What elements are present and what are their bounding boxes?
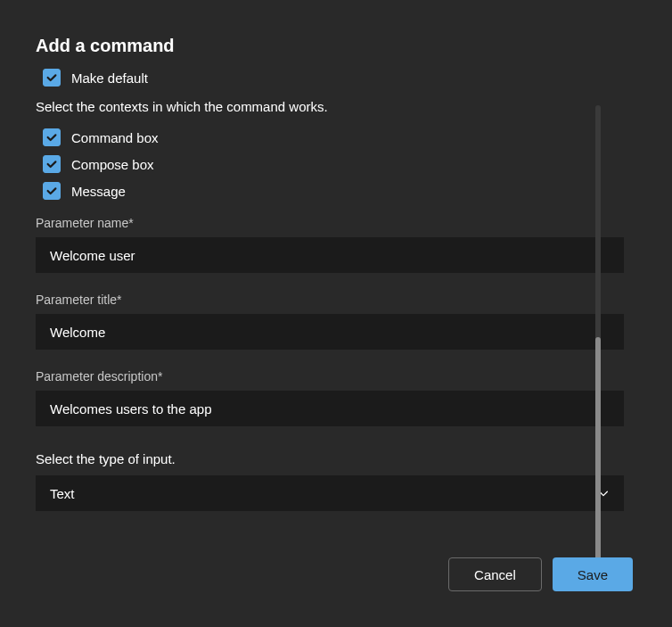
cancel-button[interactable]: Cancel bbox=[448, 557, 542, 591]
check-icon bbox=[45, 158, 58, 170]
context-message-checkbox[interactable] bbox=[43, 182, 61, 200]
input-type-label: Select the type of input. bbox=[36, 451, 636, 466]
context-compose-box-label: Compose box bbox=[71, 157, 154, 172]
context-message-label: Message bbox=[71, 184, 126, 199]
make-default-row: Make default bbox=[43, 69, 636, 87]
parameter-title-label: Parameter title* bbox=[36, 293, 636, 307]
context-command-box-label: Command box bbox=[71, 130, 159, 145]
context-compose-box-checkbox[interactable] bbox=[43, 155, 61, 173]
context-compose-box-row: Compose box bbox=[43, 155, 636, 173]
parameter-name-label: Parameter name* bbox=[36, 216, 636, 230]
scrollbar-thumb[interactable] bbox=[595, 337, 601, 569]
input-type-value: Text bbox=[50, 486, 75, 501]
parameter-description-input[interactable] bbox=[36, 391, 624, 426]
parameter-description-label: Parameter description* bbox=[36, 369, 636, 384]
scrollbar-track[interactable] bbox=[595, 105, 601, 569]
input-type-select[interactable]: Text bbox=[36, 475, 624, 511]
contexts-description: Select the contexts in which the command… bbox=[36, 99, 636, 114]
dialog-buttons: Cancel Save bbox=[448, 557, 633, 591]
context-command-box-row: Command box bbox=[43, 128, 636, 146]
check-icon bbox=[45, 185, 58, 197]
save-button[interactable]: Save bbox=[553, 557, 633, 591]
check-icon bbox=[45, 131, 58, 144]
context-command-box-checkbox[interactable] bbox=[43, 128, 61, 146]
make-default-checkbox[interactable] bbox=[43, 69, 61, 87]
dialog-title: Add a command bbox=[36, 36, 636, 56]
make-default-label: Make default bbox=[71, 70, 148, 86]
contexts-group: Command box Compose box Message bbox=[36, 128, 636, 200]
parameter-title-input[interactable] bbox=[36, 314, 624, 350]
parameter-name-input[interactable] bbox=[36, 237, 624, 273]
context-message-row: Message bbox=[43, 182, 636, 200]
check-icon bbox=[45, 71, 58, 84]
